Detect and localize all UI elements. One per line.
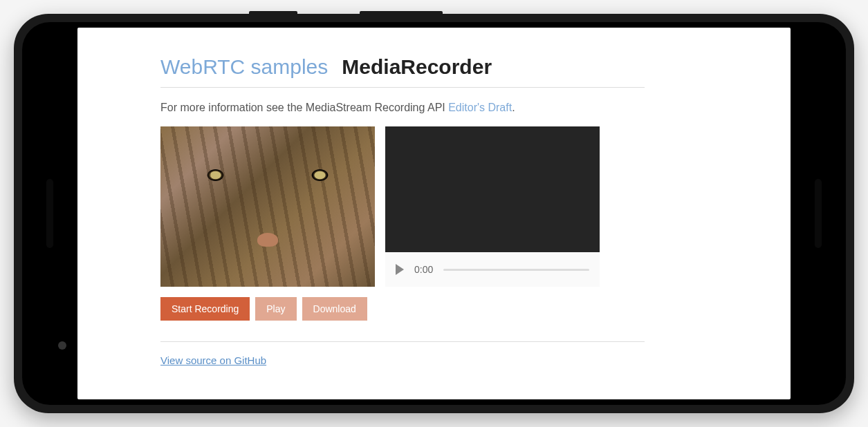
view-source-github-link[interactable]: View source on GitHub: [160, 354, 266, 366]
description-suffix: .: [512, 102, 515, 113]
screen-content: WebRTC samples MediaRecorder For more in…: [77, 28, 791, 399]
play-button[interactable]: Play: [255, 297, 296, 321]
download-button[interactable]: Download: [302, 297, 367, 321]
speaker-left: [46, 179, 53, 248]
video-progress-bar[interactable]: [443, 269, 589, 271]
page-title: MediaRecorder: [342, 55, 492, 79]
phone-bezel: WebRTC samples MediaRecorder For more in…: [22, 22, 846, 405]
start-recording-button[interactable]: Start Recording: [160, 297, 250, 321]
page-header: WebRTC samples MediaRecorder: [160, 55, 645, 88]
description-text: For more information see the MediaStream…: [160, 102, 645, 114]
phone-device-frame: WebRTC samples MediaRecorder For more in…: [14, 14, 854, 413]
recorded-video-player[interactable]: 0:00: [385, 126, 600, 287]
video-controls-bar: 0:00: [385, 252, 600, 287]
camera-preview-video[interactable]: [160, 126, 375, 287]
webrtc-samples-link[interactable]: WebRTC samples: [160, 55, 328, 79]
video-time-display: 0:00: [414, 264, 433, 275]
button-row: Start Recording Play Download: [160, 297, 645, 321]
volume-button: [360, 11, 443, 14]
power-button: [249, 11, 297, 14]
cat-preview-image: [160, 126, 375, 287]
page-footer: View source on GitHub: [160, 341, 645, 367]
video-canvas: [385, 126, 600, 252]
editors-draft-link[interactable]: Editor's Draft: [448, 102, 512, 113]
speaker-right: [815, 179, 822, 248]
front-camera: [58, 341, 66, 350]
video-row: 0:00: [160, 126, 645, 287]
page-content: WebRTC samples MediaRecorder For more in…: [160, 55, 645, 367]
play-icon[interactable]: [396, 264, 404, 275]
description-prefix: For more information see the MediaStream…: [160, 102, 448, 113]
